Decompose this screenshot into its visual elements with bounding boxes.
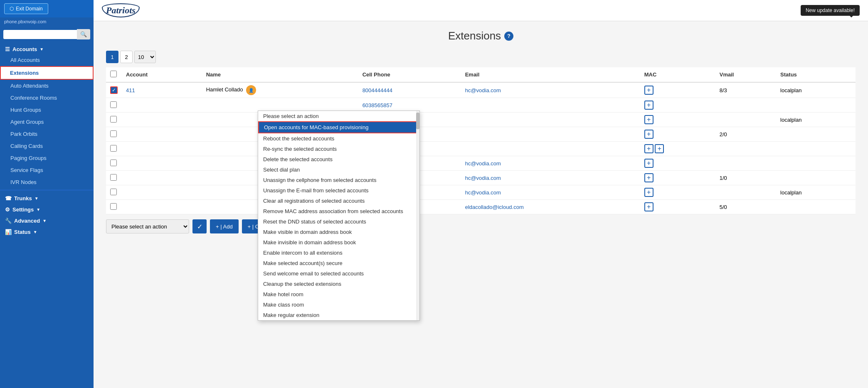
sidebar-item-agent-groups[interactable]: Agent Groups	[0, 116, 94, 128]
table-row: hc@vodia.com + 1/0	[106, 171, 856, 185]
dd-item-classroom[interactable]: Make class room	[258, 300, 419, 310]
row-checkbox[interactable]	[110, 145, 117, 152]
status-cell	[776, 200, 856, 214]
mac-plus-btn[interactable]: +	[644, 86, 653, 95]
action-bar: Please select an action ✓ + | Add + | CS…	[106, 214, 856, 233]
page-size-select[interactable]: 10 25 50 100	[134, 51, 156, 63]
dd-item-remove-mac[interactable]: Remove MAC address association from sele…	[258, 206, 419, 216]
action-confirm-button[interactable]: ✓	[192, 219, 207, 233]
email-link[interactable]: hc@vodia.com	[465, 87, 501, 93]
sidebar-item-conference-rooms[interactable]: Conference Rooms	[0, 92, 94, 104]
email-link[interactable]: hc@vodia.com	[465, 189, 501, 196]
dd-item-cleanup[interactable]: Cleanup the selected extensions	[258, 279, 419, 289]
sidebar-item-ivr-nodes[interactable]: IVR Nodes	[0, 176, 94, 188]
dd-item-dial-plan[interactable]: Select dial plan	[258, 165, 419, 175]
sidebar-item-auto-attendants[interactable]: Auto Attendants	[0, 80, 94, 92]
email-link[interactable]: hc@vodia.com	[465, 175, 501, 181]
mac-plus-btn[interactable]: +	[644, 101, 653, 110]
status-arrow: ▼	[33, 230, 37, 234]
account-link[interactable]: 411	[126, 87, 135, 93]
sidebar-item-all-accounts[interactable]: All Accounts	[0, 54, 94, 66]
sidebar-item-hunt-groups[interactable]: Hunt Groups	[0, 104, 94, 116]
dd-item-reboot[interactable]: Reboot the selected accounts	[258, 133, 419, 144]
dd-item-regular[interactable]: Make regular extension	[258, 310, 419, 320]
dd-item-placeholder[interactable]: Please select an action	[258, 111, 419, 121]
row-checkbox-checked[interactable]: ✓	[110, 86, 118, 94]
cell-phone-link[interactable]: 6038565857	[362, 102, 392, 108]
action-select[interactable]: Please select an action	[106, 219, 189, 233]
vmail-cell: 8/3	[715, 82, 776, 98]
cell-phone-link[interactable]: 8004444444	[362, 87, 392, 93]
email-link[interactable]: eldacollado@icloud.com	[465, 204, 524, 210]
mac-plus-btn[interactable]: +	[644, 115, 653, 124]
add-button[interactable]: + | Add	[210, 219, 239, 233]
row-checkbox[interactable]	[110, 101, 117, 108]
search-input[interactable]	[3, 30, 77, 39]
mac-plus-btn[interactable]: +	[644, 159, 653, 168]
page-1-button[interactable]: 1	[106, 51, 118, 63]
dd-item-mac-provisioning[interactable]: Open accounts for MAC-based provisioning	[258, 121, 419, 133]
dd-item-resync[interactable]: Re-sync the selected accounts	[258, 144, 419, 154]
dd-item-welcome-email[interactable]: Send welcome email to selected accounts	[258, 268, 419, 279]
help-icon[interactable]: ?	[504, 32, 513, 41]
sidebar-item-extensions[interactable]: Extensions	[0, 66, 94, 80]
nav-accounts-section[interactable]: ☰ Accounts ▼	[0, 43, 94, 54]
mac-plus-btn[interactable]: +	[644, 188, 653, 197]
email-cell: eldacollado@icloud.com	[461, 200, 640, 214]
dd-item-reset-dnd[interactable]: Reset the DND status of selected account…	[258, 216, 419, 227]
row-checkbox[interactable]	[110, 160, 117, 166]
exit-icon: ⬡	[10, 6, 14, 12]
mac-plus-btn[interactable]: +	[644, 130, 653, 139]
mac-plus-btn[interactable]: +	[644, 173, 653, 182]
sidebar-item-service-flags[interactable]: Service Flags	[0, 164, 94, 176]
page-2-button[interactable]: 2	[120, 51, 133, 63]
page-title: Extensions ?	[106, 29, 856, 42]
sidebar-topbar: ⬡ Exit Domain	[0, 0, 94, 17]
account-cell	[122, 200, 202, 214]
table-row: hc@vodia.com +	[106, 156, 856, 171]
vmail-cell: 1/0	[715, 171, 776, 185]
dd-item-delete[interactable]: Delete the selected accounts	[258, 154, 419, 165]
vmail-cell	[715, 142, 776, 156]
dd-item-clear-reg[interactable]: Clear all registrations of selected acco…	[258, 196, 419, 206]
sidebar: ⬡ Exit Domain phone.pbxnvoip.com 🔍 ☰ Acc…	[0, 0, 94, 388]
status-cell: localplan	[776, 113, 856, 127]
nav-settings-section[interactable]: ⚙ Settings ▼	[0, 203, 94, 214]
dd-item-unassign-email[interactable]: Unassign the E-mail from selected accoun…	[258, 185, 419, 196]
dd-item-visible[interactable]: Make visible in domain address book	[258, 227, 419, 237]
topbar: Patriots New update available!	[94, 0, 868, 21]
action-dropdown-overlay: Please select an action Open accounts fo…	[258, 111, 420, 321]
select-all-checkbox[interactable]	[110, 71, 117, 77]
advanced-label: Advanced	[14, 218, 40, 224]
mac-plus-btn2[interactable]: +	[655, 144, 664, 153]
dropdown-scrollbar	[416, 111, 419, 320]
cell-phone-cell: 8004444444	[358, 82, 461, 98]
sidebar-item-paging-groups[interactable]: Paging Groups	[0, 152, 94, 164]
nav-status-section[interactable]: 📊 Status ▼	[0, 226, 94, 237]
advanced-icon: 🔧	[5, 218, 12, 224]
nav-trunks-section[interactable]: ☎ Trunks ▼	[0, 192, 94, 203]
mac-plus-btn[interactable]: +	[644, 202, 653, 211]
sidebar-item-park-orbits[interactable]: Park Orbits	[0, 128, 94, 140]
account-cell: 411	[122, 82, 202, 98]
row-checkbox[interactable]	[110, 116, 117, 123]
nav-advanced-section[interactable]: 🔧 Advanced ▼	[0, 214, 94, 226]
dd-item-secure[interactable]: Make selected account(s) secure	[258, 258, 419, 268]
row-checkbox[interactable]	[110, 189, 117, 195]
mac-plus-btn[interactable]: +	[644, 144, 653, 153]
dd-item-unassign-cell[interactable]: Unassign the cellphone from selected acc…	[258, 175, 419, 185]
exit-domain-button[interactable]: ⬡ Exit Domain	[4, 3, 48, 14]
row-checkbox[interactable]	[110, 203, 117, 210]
row-checkbox[interactable]	[110, 130, 117, 137]
search-button[interactable]: 🔍	[77, 29, 90, 39]
trunks-label: Trunks	[14, 195, 32, 201]
table-row: eldacollado@icloud.com + 5/0	[106, 200, 856, 214]
sidebar-item-calling-cards[interactable]: Calling Cards	[0, 140, 94, 152]
dd-item-intercom[interactable]: Enable intercom to all extensions	[258, 248, 419, 258]
dd-item-invisible[interactable]: Make invisible in domain address book	[258, 237, 419, 248]
vmail-cell	[715, 185, 776, 200]
vmail-cell	[715, 113, 776, 127]
row-checkbox[interactable]	[110, 174, 117, 181]
dd-item-hotel[interactable]: Make hotel room	[258, 289, 419, 300]
email-link[interactable]: hc@vodia.com	[465, 160, 501, 167]
